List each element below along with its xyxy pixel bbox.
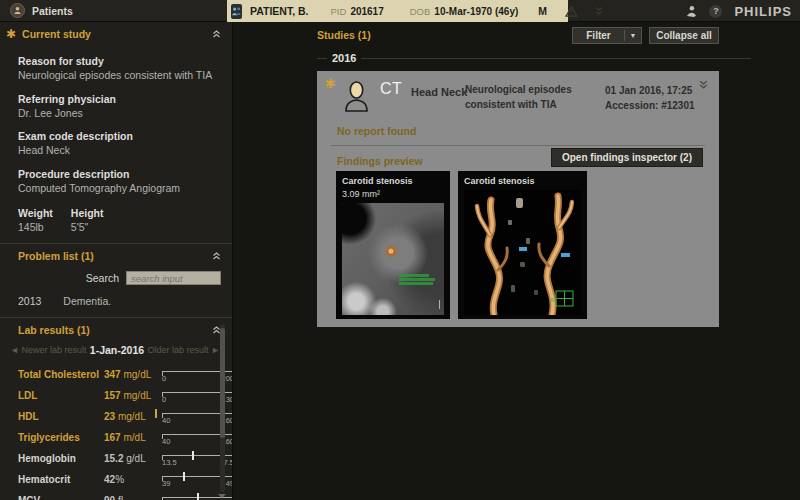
study-field: Reason for study Neurological episodes c… [0, 55, 232, 82]
patient-name: PATIENT, B. [250, 5, 309, 17]
study-name: Head Neck [411, 86, 467, 98]
problem-list-item[interactable]: 2013 Dementia. [0, 295, 232, 307]
range-min-label: 39 [162, 479, 170, 488]
study-field: Procedure description Computed Tomograph… [0, 168, 232, 195]
lab-test-value: 347 mg/dL [104, 369, 160, 380]
lab-date-navigation: ◄ Newer lab result 1-Jan-2016 Older lab … [0, 344, 232, 356]
ct-slice-image [342, 203, 444, 315]
lab-test-name: HDL [18, 411, 104, 422]
finding-measurement: 3.09 mm² [342, 189, 444, 199]
lab-test-value: 23 mg/dL [104, 411, 160, 422]
value-marker [192, 451, 194, 460]
lab-result-row[interactable]: LDL 157 mg/dL 0 130 [0, 385, 232, 406]
finding-thumbnail-ct-slice[interactable]: Carotid stenosis 3.09 mm² [336, 171, 450, 319]
study-card[interactable]: ✱ CT Head Neck Neurological episodes con… [317, 71, 719, 327]
collapse-chevron-icon[interactable] [211, 251, 222, 261]
search-label: Search [86, 272, 119, 284]
study-accession: Accession: #12301 [605, 98, 695, 113]
lab-results-header[interactable]: Lab results (1) [0, 318, 232, 340]
patient-avatar-icon [343, 79, 370, 114]
field-value: Head Neck [18, 144, 220, 157]
asterisk-icon: ✱ [325, 76, 336, 91]
field-label: Procedure description [18, 168, 220, 180]
study-datetime: 01 Jan 2016, 17:25 [605, 83, 695, 98]
lab-result-row[interactable]: Triglycerides 167 m/dL 40 160 [0, 427, 232, 448]
measurement-annotation [399, 274, 435, 285]
lab-test-name: Total Cholesterol [18, 369, 104, 380]
open-findings-inspector-button[interactable]: Open findings inspector (2) [551, 148, 703, 167]
sidebar: ✱ Current study Reason for study Neurolo… [0, 22, 233, 500]
collapse-chevron-icon[interactable] [211, 29, 222, 39]
range-min-label: 0 [162, 374, 166, 383]
search-input[interactable] [126, 271, 221, 285]
newer-lab-result-link[interactable]: ◄ Newer lab result [10, 345, 86, 355]
patient-banner-icon [231, 4, 242, 19]
study-reason: Neurological episodes consistent with TI… [465, 83, 623, 112]
application-window: Patients PATIENT, B. PID 201617 DOB 10-M… [0, 0, 800, 500]
patient-pid: PID 201617 [331, 6, 384, 17]
lab-result-row[interactable]: Hematocrit 42% 39 49 [0, 469, 232, 490]
lab-results-title: Lab results (1) [18, 324, 211, 336]
field-label: Referring physician [18, 93, 220, 105]
lab-result-row[interactable]: HDL 23 mg/dL 40 160 [0, 406, 232, 427]
range-min-label: 40 [162, 437, 170, 446]
lab-date: 1-Jan-2016 [86, 344, 147, 356]
finding-thumbnail-3d-vessels[interactable]: Carotid stenosis [458, 171, 587, 319]
problem-list-title: Problem list (1) [18, 250, 211, 262]
range-max-label: 49 [226, 479, 233, 488]
current-study-header[interactable]: ✱ Current study [0, 22, 232, 44]
problem-list-header[interactable]: Problem list (1) [0, 244, 232, 266]
problem-year: 2013 [18, 295, 41, 307]
user-icon[interactable] [684, 4, 697, 19]
study-datetime-block: 01 Jan 2016, 17:25 Accession: #12301 [605, 83, 695, 113]
filter-button[interactable]: Filter ▼ [572, 27, 642, 44]
lab-test-name: Hemoglobin [18, 453, 104, 464]
lab-test-value: 42% [104, 474, 160, 485]
study-field: Exam code description Head Neck [0, 130, 232, 157]
problem-items: 2013 Dementia. [0, 295, 232, 307]
range-min-label: 13.5 [162, 458, 177, 467]
weight-height-row: Weight 145lb Height 5'5" [0, 207, 232, 233]
lab-test-name: LDL [18, 390, 104, 401]
study-field: Referring physician Dr. Lee Jones [0, 93, 232, 120]
patient-banner[interactable]: PATIENT, B. PID 201617 DOB 10-Mar-1970 (… [227, 0, 568, 22]
card-divider [331, 145, 705, 146]
lab-result-row[interactable]: Total Cholesterol 347 mg/dL 0 200 [0, 364, 232, 385]
field-label: Reason for study [18, 55, 220, 67]
sidebar-scrollbar-thumb[interactable] [220, 328, 225, 438]
range-min-label: 0 [162, 395, 166, 404]
banner-expand-chevron-icon[interactable] [594, 6, 604, 16]
field-value: Dr. Lee Jones [18, 107, 220, 120]
older-lab-result-link[interactable]: Older lab result ► [148, 345, 220, 355]
value-marker [197, 493, 199, 500]
help-icon[interactable]: ? [709, 5, 722, 18]
year-label: 2016 [332, 52, 356, 64]
pid-label: PID [331, 6, 347, 17]
scrollbar-down-arrow-icon[interactable] [218, 494, 226, 498]
lab-test-value: 167 m/dL [104, 432, 160, 443]
patients-icon [10, 3, 25, 18]
tab-patients[interactable]: Patients [0, 0, 87, 21]
no-report-text: No report found [337, 125, 416, 137]
topbar-right-controls: ? PHILIPS [684, 0, 792, 22]
philips-logo: PHILIPS [734, 4, 792, 19]
warning-icon[interactable] [565, 6, 578, 17]
lab-test-value: 157 mg/dL [104, 390, 160, 401]
top-bar: Patients PATIENT, B. PID 201617 DOB 10-M… [0, 0, 800, 22]
lab-test-value: 15.2 g/dL [104, 453, 160, 464]
lab-test-name: Hematocrit [18, 474, 104, 485]
patient-dob: DOB 10-Mar-1970 (46y) [410, 6, 519, 17]
collapse-all-button[interactable]: Collapse all [649, 27, 719, 44]
dropdown-arrow-icon: ▼ [625, 32, 641, 39]
study-modality: CT [380, 80, 402, 98]
lab-result-row[interactable]: Hemoglobin 15.2 g/dL 13.5 17.5 [0, 448, 232, 469]
finding-title: Carotid stenosis [342, 176, 444, 186]
filter-button-label: Filter [573, 30, 624, 41]
card-collapse-chevron-icon[interactable] [698, 79, 709, 92]
pid-value: 201617 [350, 6, 383, 17]
finding-title: Carotid stenosis [464, 176, 581, 186]
findings-preview-title: Findings preview [337, 155, 423, 167]
lab-result-row[interactable]: MCV 90 fL 80 100 [0, 490, 232, 500]
patient-sex: M [538, 5, 547, 17]
studies-panel: Studies (1) Filter ▼ Collapse all 2016 ✱ [233, 22, 800, 500]
